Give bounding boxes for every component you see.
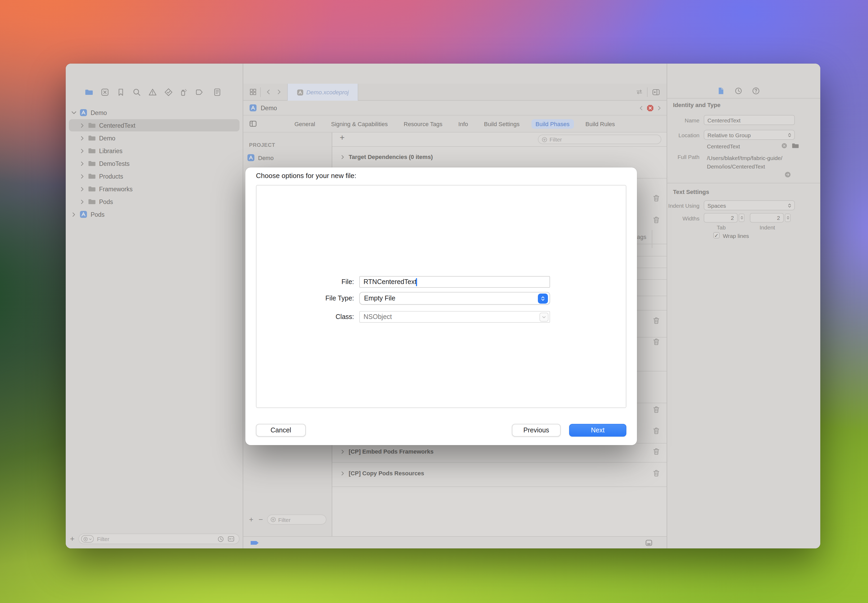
inspector-divider[interactable] — [667, 63, 667, 549]
tab-signing[interactable]: Signing & Capabilities — [327, 119, 392, 128]
phase-copy-pods-resources[interactable]: [CP] Copy Pods Resources — [340, 468, 424, 478]
jumpbar-item[interactable]: Demo — [261, 105, 277, 111]
tree-row-demotests[interactable]: DemoTests — [66, 158, 243, 170]
tab-build-settings[interactable]: Build Settings — [480, 119, 524, 128]
quick-help-icon[interactable] — [752, 87, 760, 95]
tree-row-project-pods[interactable]: Pods — [66, 208, 243, 220]
project-header: PROJECT — [249, 142, 275, 148]
tree-row-demo[interactable]: Demo — [66, 132, 243, 144]
file-name-input[interactable] — [359, 276, 550, 288]
navigator-divider[interactable] — [243, 63, 243, 549]
disclosure-closed-icon[interactable] — [340, 470, 345, 476]
location-popup[interactable]: Relative to Group — [704, 130, 795, 140]
trash-icon[interactable] — [652, 405, 660, 414]
next-button[interactable]: Next — [569, 424, 627, 437]
breakpoint-flag-icon[interactable] — [251, 540, 258, 546]
file-type-popup[interactable]: Empty File — [359, 292, 550, 305]
name-field[interactable]: CenteredText — [704, 115, 795, 125]
forward-icon[interactable] — [275, 88, 282, 95]
class-combo-input[interactable] — [359, 311, 550, 323]
indent-width-stepper[interactable] — [785, 213, 791, 222]
bookmark-icon[interactable] — [117, 88, 125, 96]
related-items-icon[interactable] — [249, 88, 257, 96]
add-phase-button[interactable]: + — [340, 133, 345, 142]
issue-icon[interactable] — [149, 88, 157, 96]
text-settings-header: Text Settings — [673, 189, 709, 195]
filter-placeholder: Filter — [549, 136, 562, 142]
indent-using-popup[interactable]: Spaces — [704, 200, 795, 210]
recent-files-icon[interactable] — [217, 535, 224, 542]
history-inspector-icon[interactable] — [735, 87, 743, 95]
tree-row-libraries[interactable]: Libraries — [66, 145, 243, 157]
tab-width-field[interactable]: 2 — [704, 213, 738, 223]
disclosure-closed-icon[interactable] — [79, 173, 85, 179]
report-icon[interactable] — [213, 88, 221, 96]
disclosure-closed-icon[interactable] — [340, 154, 345, 160]
disclosure-closed-icon[interactable] — [79, 148, 85, 154]
choose-folder-icon[interactable] — [792, 142, 799, 149]
scm-status-icon[interactable] — [227, 535, 235, 543]
tab-build-phases[interactable]: Build Phases — [531, 119, 574, 128]
trash-icon[interactable] — [652, 447, 660, 456]
debug-icon[interactable] — [179, 88, 187, 96]
filter-menu-icon[interactable] — [81, 535, 94, 543]
phases-filter-field[interactable]: Filter — [538, 135, 661, 144]
previous-button[interactable]: Previous — [512, 424, 561, 437]
tree-row-centeredtext[interactable]: CenteredText — [66, 119, 243, 131]
targets-filter-field[interactable]: Filter — [267, 515, 326, 524]
file-inspector-icon[interactable] — [717, 87, 725, 95]
disclosure-closed-icon[interactable] — [79, 186, 85, 192]
project-navigator-icon[interactable] — [85, 88, 93, 96]
trash-icon[interactable] — [652, 337, 660, 346]
test-icon[interactable] — [164, 88, 173, 96]
open-path-icon[interactable] — [784, 171, 791, 178]
disclosure-closed-icon[interactable] — [71, 211, 77, 218]
editor-swap-icon[interactable] — [635, 88, 643, 96]
disclosure-closed-icon[interactable] — [79, 198, 85, 205]
trash-icon[interactable] — [652, 469, 660, 478]
phase-embed-pods-frameworks[interactable]: [CP] Embed Pods Frameworks — [340, 446, 433, 457]
tree-row-pods[interactable]: Pods — [66, 196, 243, 208]
trash-icon[interactable] — [652, 427, 660, 435]
display-icon[interactable] — [645, 539, 653, 547]
tab-resource-tags[interactable]: Resource Tags — [399, 119, 447, 128]
clear-icon[interactable] — [781, 142, 788, 149]
tree-row-frameworks[interactable]: Frameworks — [66, 183, 243, 195]
breakpoint-icon[interactable] — [195, 88, 203, 96]
back-icon[interactable] — [265, 88, 272, 95]
source-control-icon[interactable] — [101, 88, 109, 96]
issue-badge-icon[interactable] — [647, 104, 654, 111]
tab-build-rules[interactable]: Build Rules — [581, 119, 619, 128]
combo-chevron-icon[interactable] — [540, 312, 548, 322]
membership-panel-icon[interactable] — [249, 120, 257, 128]
trash-icon[interactable] — [652, 194, 660, 203]
tree-row-products[interactable]: Products — [66, 170, 243, 182]
phase-target-dependencies[interactable]: Target Dependencies (0 items) — [340, 152, 433, 162]
disclosure-open-icon[interactable] — [71, 109, 77, 116]
disclosure-closed-icon[interactable] — [79, 135, 85, 141]
separator — [637, 371, 667, 371]
add-target-button[interactable]: + — [249, 515, 253, 524]
add-file-button[interactable]: + — [70, 534, 75, 543]
split-editor-icon[interactable] — [652, 88, 660, 96]
issue-next-icon[interactable] — [656, 105, 662, 111]
cancel-button[interactable]: Cancel — [256, 424, 306, 437]
disclosure-closed-icon[interactable] — [340, 448, 345, 455]
location-value: Relative to Group — [707, 132, 750, 138]
issue-prev-icon[interactable] — [638, 105, 644, 111]
disclosure-closed-icon[interactable] — [79, 160, 85, 167]
remove-target-button[interactable]: − — [258, 515, 263, 524]
find-icon[interactable] — [133, 88, 141, 96]
tab-demo-xcodeproj[interactable]: Demo.xcodeproj — [287, 84, 358, 100]
tab-info[interactable]: Info — [454, 119, 472, 128]
indent-width-field[interactable]: 2 — [750, 213, 784, 223]
trash-icon[interactable] — [652, 316, 660, 325]
tree-row-project-demo[interactable]: Demo — [66, 107, 243, 119]
wrap-lines-checkbox[interactable]: ✓ — [713, 232, 719, 238]
trash-icon[interactable] — [652, 216, 660, 224]
navigator-filter-field[interactable]: Filter — [79, 533, 240, 544]
disclosure-closed-icon[interactable] — [79, 122, 85, 128]
tab-width-stepper[interactable] — [739, 213, 744, 222]
project-item-demo[interactable]: Demo — [247, 154, 274, 162]
tab-general[interactable]: General — [290, 119, 319, 128]
